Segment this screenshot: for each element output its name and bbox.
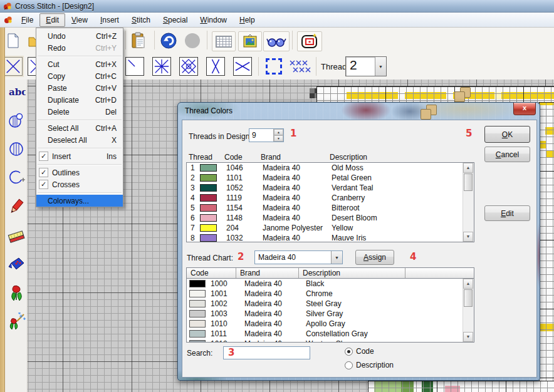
menubar-item-window[interactable]: Window bbox=[194, 13, 233, 27]
edit-button[interactable]: Edit bbox=[484, 205, 530, 221]
text-tool-icon[interactable]: abc bbox=[7, 82, 26, 101]
design-preview-icon[interactable] bbox=[297, 31, 322, 51]
radio-description[interactable]: Description bbox=[345, 361, 394, 369]
undo-icon[interactable] bbox=[159, 31, 178, 50]
thread-brand: Madeira 40 bbox=[244, 279, 282, 289]
threads-in-design-spinner[interactable]: 9 ▲ ▼ bbox=[249, 128, 284, 142]
menu-item-label: Duplicate bbox=[48, 96, 79, 105]
thread-chart-combobox[interactable]: Madeira 40 ▼ bbox=[254, 250, 343, 264]
scroll-down-icon[interactable]: ▼ bbox=[463, 232, 473, 242]
threads-combobox[interactable]: 2 ▼ bbox=[345, 56, 387, 76]
chart-col-brand[interactable]: Brand bbox=[236, 268, 299, 278]
three-quarter-stitch-icon[interactable] bbox=[233, 57, 252, 76]
full-stitch-icon[interactable] bbox=[4, 57, 23, 76]
thread-brand: Madeira 40 bbox=[263, 193, 300, 203]
flower-motif-tool-icon[interactable] bbox=[7, 284, 26, 302]
new-document-icon[interactable] bbox=[4, 31, 23, 50]
menu-item-colorways[interactable]: Colorways... bbox=[36, 195, 123, 207]
assign-button[interactable]: Assign bbox=[355, 250, 394, 265]
thread-color-swatch bbox=[189, 340, 206, 343]
chart-col-empty[interactable] bbox=[405, 268, 474, 278]
pencil-tool-icon[interactable] bbox=[7, 197, 26, 216]
menu-item-undo[interactable]: UndoCtrl+Z bbox=[36, 30, 123, 42]
radio-code[interactable]: Code bbox=[345, 347, 374, 356]
chart-thread-row[interactable]: 1011Madeira 40Constellation Gray bbox=[187, 329, 463, 339]
chart-thread-row[interactable]: 1010Madeira 40Apollo Gray bbox=[187, 319, 463, 329]
chart-thread-row[interactable]: 1012Madeira 40Western Sky bbox=[187, 339, 463, 343]
menu-item-cut[interactable]: CutCtrl+X bbox=[36, 58, 123, 70]
paste-icon[interactable] bbox=[129, 31, 148, 50]
design-thread-row[interactable]: 61148Madeira 40Desert Bloom bbox=[187, 213, 463, 223]
design-thread-row[interactable]: 81032Madeira 40Mauve Iris bbox=[187, 233, 463, 242]
menubar-item-help[interactable]: Help bbox=[233, 13, 261, 27]
chevron-down-icon[interactable]: ▼ bbox=[375, 57, 386, 76]
design-thread-row[interactable]: 21101Madeira 40Petal Green bbox=[187, 173, 463, 183]
menu-item-paste[interactable]: PasteCtrl+V bbox=[36, 82, 123, 94]
scrollbar-thumb[interactable] bbox=[464, 173, 473, 191]
design-list-scrollbar[interactable]: ▲ ▼ bbox=[463, 163, 474, 242]
menu-item-copy[interactable]: CopyCtrl+C bbox=[36, 70, 123, 82]
ok-button[interactable]: OK bbox=[484, 126, 530, 143]
thread-brand: Madeira 40 bbox=[244, 309, 282, 319]
grid-toggle-icon[interactable] bbox=[212, 31, 236, 51]
radio-unselected-icon[interactable] bbox=[345, 361, 353, 369]
shape-fill-tool-icon[interactable] bbox=[7, 111, 26, 130]
design-thread-list[interactable]: 11046Madeira 40Old Moss21101Madeira 40Pe… bbox=[186, 162, 474, 242]
flower-wand-tool-icon[interactable] bbox=[7, 312, 26, 331]
double-cross-stitch-icon[interactable] bbox=[152, 57, 171, 76]
select-region-icon[interactable] bbox=[266, 58, 282, 75]
menubar-item-special[interactable]: Special bbox=[157, 13, 194, 27]
scrollbar-thumb[interactable] bbox=[464, 289, 473, 307]
design-thread-row[interactable]: 51154Madeira 40Bitteroot bbox=[187, 203, 463, 213]
scroll-up-icon[interactable]: ▲ bbox=[463, 279, 473, 289]
design-thread-row[interactable]: 41119Madeira 40Cranberry bbox=[187, 193, 463, 203]
design-thread-row[interactable]: 7204Janome PolyesterYellow bbox=[187, 223, 463, 233]
eraser-tool-icon[interactable] bbox=[7, 226, 26, 245]
scroll-up-icon[interactable]: ▲ bbox=[463, 163, 473, 173]
menu-item-crosses[interactable]: ✓Crosses bbox=[36, 178, 123, 190]
chart-col-description[interactable]: Description bbox=[299, 268, 405, 278]
design-thread-row[interactable]: 11046Madeira 40Old Moss bbox=[187, 163, 463, 173]
arc-tool-icon[interactable] bbox=[7, 168, 26, 187]
striped-circle-tool-icon[interactable] bbox=[7, 140, 26, 158]
radio-selected-icon[interactable] bbox=[345, 348, 353, 356]
menu-item-selectall[interactable]: Select AllCtrl+A bbox=[36, 122, 123, 134]
chevron-down-icon[interactable]: ▼ bbox=[331, 251, 342, 264]
menubar-item-view[interactable]: View bbox=[65, 13, 94, 27]
chart-list-header[interactable]: Code Brand Description bbox=[186, 267, 474, 278]
menu-item-deselectall[interactable]: Deselect AllX bbox=[36, 134, 123, 146]
picture-view-icon[interactable] bbox=[238, 31, 262, 51]
chart-col-code[interactable]: Code bbox=[187, 268, 236, 278]
menubar-item-stitch[interactable]: Stitch bbox=[125, 13, 157, 27]
menubar-item-file[interactable]: File bbox=[15, 13, 39, 27]
menubar-item-edit[interactable]: Edit bbox=[39, 13, 65, 27]
chart-thread-row[interactable]: 1001Madeira 40Chrome bbox=[187, 289, 463, 299]
window-titlebar[interactable]: Cross Stitch - [Design2] bbox=[0, 0, 554, 13]
thread-chart-list[interactable]: 1000Madeira 40Black1001Madeira 40Chrome1… bbox=[186, 278, 474, 343]
chart-thread-row[interactable]: 1003Madeira 40Silver Gray bbox=[187, 309, 463, 319]
chart-thread-row[interactable]: 1002Madeira 40Steel Gray bbox=[187, 299, 463, 309]
menu-item-outlines[interactable]: ✓Outlines bbox=[36, 167, 123, 178]
scroll-down-icon[interactable]: ▼ bbox=[463, 332, 473, 342]
spinner-up-icon[interactable]: ▲ bbox=[274, 129, 283, 135]
fill-bucket-tool-icon[interactable] bbox=[7, 255, 26, 274]
menubar-item-insert[interactable]: Insert bbox=[94, 13, 125, 27]
menu-item-duplicate[interactable]: DuplicateCtrl+D bbox=[36, 94, 123, 106]
quarter-stitch-icon[interactable] bbox=[125, 57, 144, 76]
menu-item-delete[interactable]: DeleteDel bbox=[36, 106, 123, 118]
special-stitch-icon[interactable] bbox=[179, 57, 198, 76]
half-stitch-icon[interactable] bbox=[206, 57, 225, 76]
design-thread-row[interactable]: 31052Madeira 40Verdant Teal bbox=[187, 183, 463, 193]
realistic-view-icon[interactable] bbox=[263, 31, 290, 51]
thread-number: 7 bbox=[191, 223, 195, 233]
menu-item-insert[interactable]: ✓InsertIns bbox=[36, 150, 123, 162]
pattern-stitches-icon[interactable] bbox=[287, 58, 312, 76]
cancel-button[interactable]: Cancel bbox=[484, 147, 530, 162]
thread-number: 1 bbox=[191, 163, 195, 173]
search-input[interactable] bbox=[223, 346, 310, 359]
toolbar-separator bbox=[154, 31, 155, 49]
close-icon[interactable]: x bbox=[513, 103, 536, 115]
chart-list-scrollbar[interactable]: ▲ ▼ bbox=[463, 279, 474, 342]
spinner-down-icon[interactable]: ▼ bbox=[274, 135, 283, 142]
chart-thread-row[interactable]: 1000Madeira 40Black bbox=[187, 279, 463, 289]
